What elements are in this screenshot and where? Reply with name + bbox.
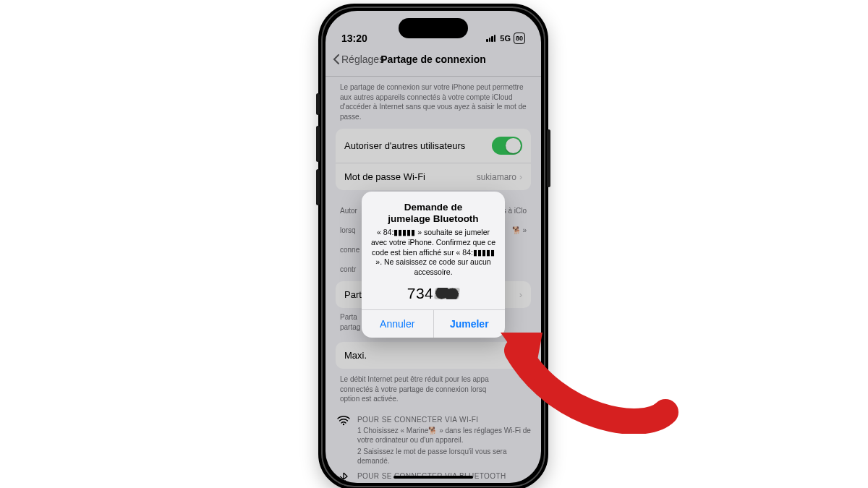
- dynamic-island: [399, 18, 468, 38]
- side-button: [316, 126, 320, 162]
- alert-message: « 84:▮▮▮▮▮ » souhaite se jumeler avec vo…: [370, 228, 496, 277]
- cancel-button[interactable]: Annuler: [362, 310, 433, 338]
- iphone-frame: 13:20 5G 80 Réglages Partage de connexio…: [318, 4, 548, 488]
- screen: 13:20 5G 80 Réglages Partage de connexio…: [326, 11, 541, 483]
- pair-button[interactable]: Jumeler: [433, 310, 506, 338]
- bluetooth-pairing-alert: Demande de jumelage Bluetooth « 84:▮▮▮▮▮…: [362, 192, 505, 338]
- side-button: [316, 93, 320, 115]
- redacted-code: [434, 288, 460, 299]
- side-button: [316, 169, 320, 205]
- home-indicator[interactable]: [393, 476, 473, 479]
- side-button: [547, 129, 550, 187]
- alert-title: Demande de jumelage Bluetooth: [370, 202, 496, 225]
- pairing-code: 734: [370, 285, 496, 302]
